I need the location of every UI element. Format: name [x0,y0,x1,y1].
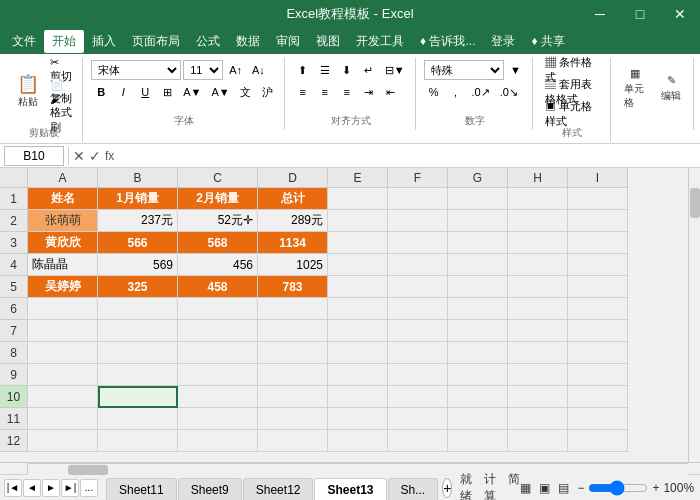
cell-b4[interactable]: 569 [98,254,178,276]
fill-color-button[interactable]: A▼ [179,82,205,102]
cell-f3[interactable] [388,232,448,254]
cell-d4[interactable]: 1025 [258,254,328,276]
cell-h7[interactable] [508,320,568,342]
cell-b10[interactable] [98,386,178,408]
cell-a1[interactable]: 姓名 [28,188,98,210]
cell-c5[interactable]: 458 [178,276,258,298]
close-button[interactable]: ✕ [660,0,700,28]
cell-g7[interactable] [448,320,508,342]
cell-f12[interactable] [388,430,448,452]
cell-a3[interactable]: 黄欣欣 [28,232,98,254]
menu-share[interactable]: ♦ 共享 [523,30,572,53]
cell-d12[interactable] [258,430,328,452]
cell-c6[interactable] [178,298,258,320]
cell-g12[interactable] [448,430,508,452]
cell-c11[interactable] [178,408,258,430]
cell-d10[interactable] [258,386,328,408]
sheet-tab-sheet11[interactable]: Sheet11 [106,478,177,500]
cell-b1[interactable]: 1月销量 [98,188,178,210]
cell-c1[interactable]: 2月销量 [178,188,258,210]
col-header-a[interactable]: A [28,168,98,188]
menu-file[interactable]: 文件 [4,30,44,53]
italic-button[interactable]: I [113,82,133,102]
increase-decimal-btn[interactable]: .0↗ [468,82,494,102]
zoom-slider[interactable] [588,480,648,496]
cell-e9[interactable] [328,364,388,386]
cell-i11[interactable] [568,408,628,430]
cell-e7[interactable] [328,320,388,342]
cell-b9[interactable] [98,364,178,386]
cell-b3[interactable]: 566 [98,232,178,254]
cell-b12[interactable] [98,430,178,452]
cell-a2[interactable]: 张萌萌 [28,210,98,232]
row-header-9[interactable]: 9 [0,364,28,386]
cell-i12[interactable] [568,430,628,452]
cell-d8[interactable] [258,342,328,364]
cell-i2[interactable] [568,210,628,232]
cell-d9[interactable] [258,364,328,386]
cell-f5[interactable] [388,276,448,298]
cell-i1[interactable] [568,188,628,210]
row-header-11[interactable]: 11 [0,408,28,430]
cell-b5[interactable]: 325 [98,276,178,298]
cell-f9[interactable] [388,364,448,386]
tab-prev-btn[interactable]: ◄ [23,479,41,497]
cell-h11[interactable] [508,408,568,430]
row-header-8[interactable]: 8 [0,342,28,364]
col-header-i[interactable]: I [568,168,628,188]
cell-d5[interactable]: 783 [258,276,328,298]
tab-last-btn[interactable]: ►| [61,479,79,497]
cell-h10[interactable] [508,386,568,408]
cut-button[interactable]: ✂ 剪切 [46,60,76,80]
cell-i4[interactable] [568,254,628,276]
cell-a11[interactable] [28,408,98,430]
cell-reference-input[interactable] [4,146,64,166]
cell-g5[interactable] [448,276,508,298]
format-painter-button[interactable]: 🖌 格式刷 [46,104,76,124]
comma-btn[interactable]: , [446,82,466,102]
cell-h1[interactable] [508,188,568,210]
col-header-e[interactable]: E [328,168,388,188]
font-extra-btn2[interactable]: 沪 [258,82,278,102]
restore-button[interactable]: □ [620,0,660,28]
cell-i10[interactable] [568,386,628,408]
font-size-select[interactable]: 11 [183,60,223,80]
cell-f10[interactable] [388,386,448,408]
align-middle-btn[interactable]: ☰ [315,60,335,80]
cell-a6[interactable] [28,298,98,320]
col-header-c[interactable]: C [178,168,258,188]
border-button[interactable]: ⊞ [157,82,177,102]
cell-g3[interactable] [448,232,508,254]
cell-h8[interactable] [508,342,568,364]
cell-c10[interactable] [178,386,258,408]
cell-a9[interactable] [28,364,98,386]
row-header-10[interactable]: 10 [0,386,28,408]
align-right-btn[interactable]: ≡ [337,82,357,102]
cell-f8[interactable] [388,342,448,364]
row-header-5[interactable]: 5 [0,276,28,298]
cell-c3[interactable]: 568 [178,232,258,254]
cell-f11[interactable] [388,408,448,430]
menu-data[interactable]: 数据 [228,30,268,53]
cell-f6[interactable] [388,298,448,320]
percent-btn[interactable]: % [424,82,444,102]
cell-c8[interactable] [178,342,258,364]
menu-view[interactable]: 视图 [308,30,348,53]
align-left-btn[interactable]: ≡ [293,82,313,102]
menu-home[interactable]: 开始 [44,30,84,53]
col-header-g[interactable]: G [448,168,508,188]
cell-f7[interactable] [388,320,448,342]
col-header-b[interactable]: B [98,168,178,188]
paste-button[interactable]: 📋 粘贴 [12,72,44,112]
cell-h9[interactable] [508,364,568,386]
cell-styles-btn[interactable]: ▣ 单元格样式 [541,104,604,124]
cell-b2[interactable]: 237元 [98,210,178,232]
row-header-4[interactable]: 4 [0,254,28,276]
cell-b8[interactable] [98,342,178,364]
cell-g1[interactable] [448,188,508,210]
cell-i6[interactable] [568,298,628,320]
cell-g10[interactable] [448,386,508,408]
view-page-btn[interactable]: ▤ [558,481,569,495]
editing-btn[interactable]: ✎ 编辑 [655,64,687,113]
cell-c2[interactable]: 52元✛ [178,210,258,232]
